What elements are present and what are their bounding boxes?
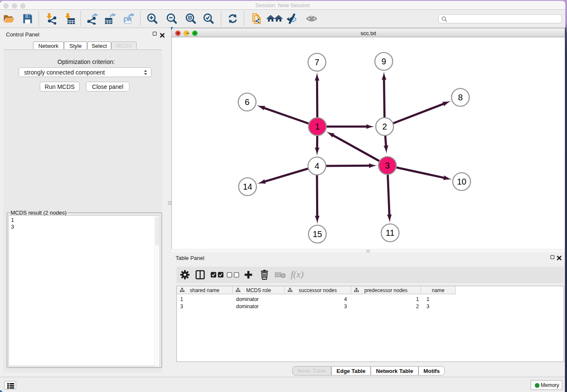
svg-text:10: 10 [457,177,466,186]
svg-text:4: 4 [314,161,319,171]
svg-text:14: 14 [243,182,252,191]
svg-text:6: 6 [245,97,249,107]
svg-text:3: 3 [385,161,390,170]
svg-text:7: 7 [314,58,319,67]
svg-text:8: 8 [458,93,462,102]
svg-text:11: 11 [386,228,395,237]
svg-text:2: 2 [382,122,387,131]
svg-text:9: 9 [381,57,386,66]
svg-text:15: 15 [313,229,322,239]
svg-text:1: 1 [315,122,319,131]
